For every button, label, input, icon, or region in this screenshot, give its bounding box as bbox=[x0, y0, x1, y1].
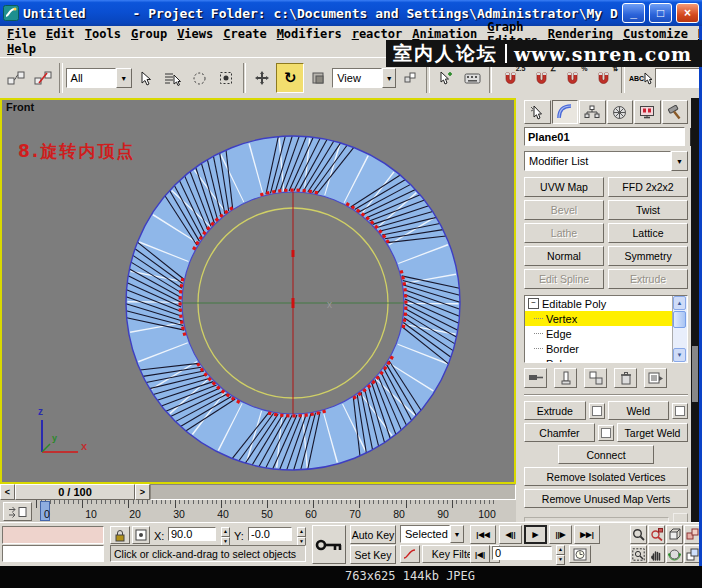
modifier-ffd-button[interactable]: FFD 2x2x2 bbox=[608, 177, 688, 197]
stack-vertex-row[interactable]: Vertex bbox=[525, 311, 674, 326]
frame-spinner[interactable]: ▲▼ bbox=[556, 545, 565, 565]
menu-create[interactable]: Create bbox=[218, 27, 271, 41]
tab-modify[interactable] bbox=[552, 100, 579, 124]
go-to-end-button[interactable]: ▶▶| bbox=[574, 525, 600, 544]
weld-button[interactable]: Weld bbox=[608, 401, 670, 420]
weld-settings-button[interactable] bbox=[672, 403, 688, 419]
maxscript-listener-pink[interactable] bbox=[2, 526, 104, 544]
chamfer-button[interactable]: Chamfer bbox=[524, 423, 595, 442]
select-and-scale-button[interactable] bbox=[305, 64, 331, 92]
scroll-up-icon[interactable]: ▲ bbox=[673, 296, 686, 310]
menu-group[interactable]: Group bbox=[126, 27, 172, 41]
minimize-button[interactable]: _ bbox=[622, 3, 645, 23]
time-slider-next-button[interactable]: > bbox=[135, 484, 150, 500]
tab-display[interactable] bbox=[634, 100, 661, 124]
scrollbar-thumb[interactable] bbox=[673, 311, 686, 328]
use-center-button[interactable] bbox=[397, 64, 423, 92]
remove-modifier-button[interactable] bbox=[614, 368, 637, 388]
selection-region-button[interactable] bbox=[187, 64, 213, 92]
chevron-down-icon[interactable]: ▼ bbox=[116, 68, 132, 88]
menu-edit[interactable]: Edit bbox=[41, 27, 80, 41]
select-and-rotate-button[interactable]: ↻ bbox=[276, 63, 304, 93]
window-crossing-button[interactable] bbox=[214, 64, 240, 92]
selection-lock-button[interactable] bbox=[110, 526, 130, 544]
modifier-bevel-button[interactable]: Bevel bbox=[524, 200, 604, 220]
time-slider-handle[interactable]: 0 / 100 bbox=[15, 484, 135, 500]
named-selections-dropdown[interactable] bbox=[655, 68, 699, 88]
object-name-field[interactable] bbox=[524, 127, 685, 146]
menu-views[interactable]: Views bbox=[172, 27, 218, 41]
menu-tools[interactable]: Tools bbox=[80, 27, 126, 41]
tab-hierarchy[interactable] bbox=[579, 100, 606, 124]
go-to-start-button[interactable]: |◀◀ bbox=[470, 525, 496, 544]
pin-stack-button[interactable] bbox=[524, 368, 547, 388]
auto-key-button[interactable]: Auto Key bbox=[350, 525, 396, 544]
time-slider-prev-button[interactable]: < bbox=[0, 484, 15, 500]
default-tangent-button[interactable] bbox=[400, 545, 420, 563]
zoom-extents-button[interactable] bbox=[666, 525, 683, 544]
time-configuration-button[interactable] bbox=[569, 545, 591, 563]
modifier-lattice-button[interactable]: Lattice bbox=[608, 223, 688, 243]
absolute-mode-button[interactable] bbox=[132, 526, 150, 544]
stack-polygon-row[interactable]: Polygon bbox=[525, 356, 674, 363]
zoom-button[interactable] bbox=[630, 525, 647, 544]
key-mode-toggle-button[interactable]: |◀| bbox=[470, 545, 490, 563]
stack-scrollbar[interactable]: ▲ ▼ bbox=[672, 296, 687, 362]
remove-unused-map-verts-button[interactable]: Remove Unused Map Verts bbox=[524, 489, 688, 508]
collapse-icon[interactable]: − bbox=[528, 298, 539, 309]
angle-snap-button[interactable]: ∠ bbox=[526, 64, 556, 92]
menu-help[interactable]: Help bbox=[2, 42, 41, 56]
percent-snap-button[interactable]: % bbox=[557, 64, 587, 92]
menu-modifiers[interactable]: Modifiers bbox=[272, 27, 347, 41]
chamfer-settings-button[interactable] bbox=[598, 425, 614, 441]
current-frame-field[interactable] bbox=[492, 546, 552, 560]
set-key-button[interactable]: Set Key bbox=[350, 545, 396, 564]
selection-filter-dropdown[interactable]: All ▼ bbox=[66, 68, 132, 88]
modifier-list-dropdown[interactable]: Modifier List ▼ bbox=[524, 151, 688, 171]
previous-frame-button[interactable]: ◀|| bbox=[499, 525, 522, 544]
select-object-button[interactable] bbox=[133, 64, 159, 92]
select-and-manipulate-button[interactable] bbox=[433, 64, 459, 92]
close-button[interactable]: × bbox=[676, 3, 699, 23]
modifier-twist-button[interactable]: Twist bbox=[608, 200, 688, 220]
y-coord-field[interactable] bbox=[248, 527, 292, 541]
tab-motion[interactable] bbox=[607, 100, 634, 124]
x-coord-field[interactable] bbox=[168, 527, 216, 541]
menu-file[interactable]: File bbox=[2, 27, 41, 41]
configure-modifier-sets-button[interactable] bbox=[644, 368, 667, 388]
modifier-symmetry-button[interactable]: Symmetry bbox=[608, 246, 688, 266]
menu-rendering[interactable]: Rendering bbox=[543, 27, 618, 41]
panel-scrollbar[interactable] bbox=[691, 98, 699, 522]
timeline-ruler[interactable]: 01020 304050 607080 90100 bbox=[36, 500, 498, 522]
select-and-move-button[interactable] bbox=[249, 64, 275, 92]
chevron-down-icon[interactable]: ▼ bbox=[450, 525, 464, 543]
tab-utilities[interactable] bbox=[662, 100, 689, 124]
snap-toggle-button[interactable]: 2.5 bbox=[495, 64, 525, 92]
select-and-link-button[interactable] bbox=[3, 64, 29, 92]
time-slider-track[interactable] bbox=[150, 484, 516, 500]
coord-system-dropdown[interactable]: View ▼ bbox=[332, 68, 396, 88]
front-viewport[interactable]: Front 8.旋转内顶点 bbox=[0, 98, 516, 484]
maxscript-listener-white[interactable] bbox=[2, 545, 104, 562]
maximize-button[interactable]: □ bbox=[649, 3, 672, 23]
keyboard-override-button[interactable] bbox=[460, 64, 486, 92]
zoom-all-button[interactable] bbox=[648, 525, 665, 544]
modifier-uvw-map-button[interactable]: UVW Map bbox=[524, 177, 604, 197]
ring-mesh[interactable]: x bbox=[110, 120, 477, 480]
menu-animation[interactable]: Animation bbox=[407, 27, 482, 41]
mini-curve-editor-button[interactable] bbox=[3, 502, 32, 521]
panel-scrollbar-thumb[interactable] bbox=[692, 346, 698, 402]
stack-editable-poly-row[interactable]: − Editable Poly bbox=[525, 296, 668, 311]
modifier-lathe-button[interactable]: Lathe bbox=[524, 223, 604, 243]
target-weld-button[interactable]: Target Weld bbox=[617, 423, 688, 442]
next-frame-button[interactable]: ||▶ bbox=[549, 525, 572, 544]
remove-isolated-vertices-button[interactable]: Remove Isolated Vertices bbox=[524, 467, 688, 486]
chevron-down-icon[interactable]: ▼ bbox=[382, 68, 396, 88]
show-end-result-button[interactable] bbox=[554, 368, 577, 388]
make-unique-button[interactable] bbox=[584, 368, 607, 388]
extrude-button[interactable]: Extrude bbox=[524, 401, 586, 420]
set-keys-button[interactable] bbox=[312, 525, 346, 564]
select-by-name-button[interactable] bbox=[160, 64, 186, 92]
arc-rotate-button[interactable] bbox=[666, 545, 683, 563]
scroll-down-icon[interactable]: ▼ bbox=[673, 348, 686, 362]
